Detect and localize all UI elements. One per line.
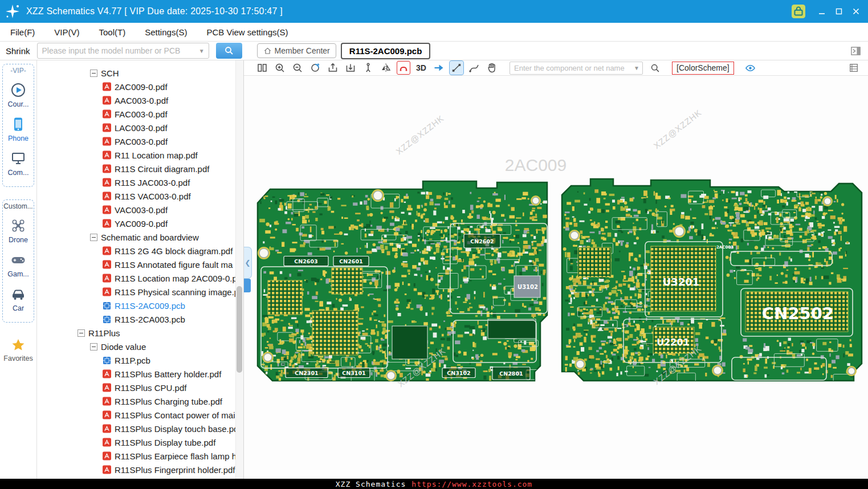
shrink-button[interactable]: Shrink xyxy=(6,46,30,56)
tree-item[interactable]: LAC003-0.pdf xyxy=(37,121,236,135)
minimize-icon[interactable] xyxy=(813,3,830,20)
tree-item[interactable]: Schematic and boardview xyxy=(37,230,236,244)
tree-item[interactable]: SCH xyxy=(37,66,236,80)
collapse-minus-icon[interactable] xyxy=(90,234,97,241)
export-up-icon[interactable] xyxy=(326,61,340,75)
sidebar-item-course[interactable]: Cour... xyxy=(8,82,29,108)
maximize-icon[interactable] xyxy=(830,3,847,20)
collapse-panel-grip[interactable] xyxy=(244,279,251,292)
tree-item-label: R11SPlus Battery holder.pdf xyxy=(115,369,221,379)
pcb-label: CN2603 xyxy=(294,258,317,264)
menu-file[interactable]: File(F) xyxy=(10,27,35,37)
net-search-input[interactable] xyxy=(510,64,631,72)
collapse-panel-handle[interactable]: ❮ xyxy=(244,247,252,279)
sidebar-item-phone[interactable]: Phone xyxy=(8,116,28,142)
flip-horizontal-icon[interactable] xyxy=(379,61,393,75)
tree-item-label: R11 Location map.pdf xyxy=(115,150,198,160)
computer-icon xyxy=(10,150,26,166)
tree-item[interactable]: R11S-2CA003.pcb xyxy=(37,312,236,326)
member-center-button[interactable]: Member Center xyxy=(257,43,336,58)
menu-settings[interactable]: Settings(S) xyxy=(145,27,187,37)
tree-item[interactable]: R11SPlus Charging tube.pdf xyxy=(37,394,236,408)
scrollbar-thumb[interactable] xyxy=(237,286,242,373)
sidebar-item-label: Gam... xyxy=(7,270,29,278)
tree-item-label: R11SPlus Display touch base.pd xyxy=(115,424,236,434)
tree-item-label: 2AC009-0.pdf xyxy=(115,82,168,92)
tree-item[interactable]: R11S Location map 2AC009-0.p xyxy=(37,271,236,285)
tree-item[interactable]: R11S JAC003-0.pdf xyxy=(37,176,236,189)
visibility-eye-icon[interactable] xyxy=(745,63,756,74)
chevron-down-icon[interactable]: ▼ xyxy=(631,65,642,71)
sidebar-item-favorites[interactable]: Favorites xyxy=(3,337,32,362)
jump-arrow-icon[interactable] xyxy=(432,61,446,75)
sidebar-item-drone[interactable]: Drone xyxy=(9,218,28,244)
menu-vip[interactable]: VIP(V) xyxy=(54,27,79,37)
tree-item-label: R11S-2CA003.pcb xyxy=(115,315,185,324)
tree-item[interactable]: R11SPlus Earpiece flash lamp h xyxy=(37,449,236,463)
course-play-icon xyxy=(10,82,26,98)
menu-bar: File(F) VIP(V) Tool(T) Settings(S) PCB V… xyxy=(0,23,868,42)
tree-item-label: R11S JAC003-0.pdf xyxy=(115,178,190,188)
sidebar-item-car[interactable]: Car xyxy=(10,286,26,312)
tree-item[interactable]: PAC003-0.pdf xyxy=(37,135,236,148)
app-window: XZZ Schematics V4.77 [ VIP Due date: 202… xyxy=(0,0,868,489)
window-title: XZZ Schematics V4.77 [ VIP Due date: 202… xyxy=(26,6,283,17)
tree-item[interactable]: R11SPlus Battery holder.pdf xyxy=(37,367,236,381)
3d-button[interactable]: 3D xyxy=(414,61,428,75)
tree-item[interactable]: R11SPlus Display tube.pdf xyxy=(37,435,236,449)
pcb-canvas[interactable]: ❮ CN2603CN2601CN2602U3102CN2301CN3101CN3… xyxy=(244,76,868,479)
menu-pcb-view-settings[interactable]: PCB View settings(S) xyxy=(206,27,288,37)
net-search-magnifier-icon[interactable] xyxy=(650,63,660,73)
tree-item[interactable]: R11 Location map.pdf xyxy=(37,148,236,162)
tree-item[interactable]: FAC003-0.pdf xyxy=(37,107,236,121)
probe-icon[interactable] xyxy=(361,61,375,75)
close-icon[interactable] xyxy=(847,3,865,20)
tree-item[interactable]: R11S Physical scanning image.p xyxy=(37,285,236,299)
close-panel-icon[interactable] xyxy=(850,46,861,56)
export-down-icon[interactable] xyxy=(344,61,357,75)
tree-item[interactable]: AAC003-0.pdf xyxy=(37,93,236,107)
tree-item[interactable]: VAC003-0.pdf xyxy=(37,203,236,217)
zoom-reset-icon[interactable] xyxy=(308,61,322,75)
split-view-icon[interactable] xyxy=(255,61,269,75)
diode-red-icon[interactable] xyxy=(397,61,410,75)
tree-item[interactable]: 2AC009-0.pdf xyxy=(37,80,236,93)
pdf-file-icon xyxy=(103,424,111,433)
model-search-input[interactable] xyxy=(38,46,195,55)
tree-item[interactable]: YAC009-0.pdf xyxy=(37,217,236,230)
measure-icon[interactable] xyxy=(450,61,463,75)
chevron-down-icon[interactable]: ▼ xyxy=(195,48,209,54)
tree-item[interactable]: R11SPlus Contact power of mai xyxy=(37,408,236,422)
collapse-minus-icon[interactable] xyxy=(90,343,97,351)
tree-item[interactable]: R11S Circuit diagram.pdf xyxy=(37,162,236,176)
tree-scrollbar[interactable] xyxy=(235,60,243,479)
sidebar-item-game[interactable]: Gam... xyxy=(7,252,29,278)
tree-item[interactable]: R11S 2G 4G block diagram.pdf xyxy=(37,244,236,258)
pan-hand-icon[interactable] xyxy=(485,61,499,75)
tree-item[interactable]: Diode value xyxy=(37,340,236,353)
collapse-minus-icon[interactable] xyxy=(90,70,97,77)
tree-item[interactable]: R11SPlus Fingerprint holder.pdf xyxy=(37,463,236,476)
tree-item-label: R11S Annotated figure fault ma xyxy=(115,260,233,270)
tree-item[interactable]: R11S-2AC009.pcb xyxy=(37,299,236,312)
menu-tool[interactable]: Tool(T) xyxy=(99,27,126,37)
tree-item[interactable]: R11SPlus Display touch base.pd xyxy=(37,422,236,435)
zoom-out-icon[interactable] xyxy=(291,61,304,75)
sidebar-item-computer[interactable]: Com... xyxy=(8,150,29,177)
tree-item[interactable]: R11Plus xyxy=(37,326,236,340)
tab-r11s-2ac009-pcb[interactable]: R11S-2AC009.pcb xyxy=(341,43,431,59)
license-icon[interactable] xyxy=(792,5,805,18)
tree-item[interactable]: R11P.pcb xyxy=(37,353,236,367)
search-button[interactable] xyxy=(216,43,242,59)
zoom-in-icon[interactable] xyxy=(273,61,287,75)
vip-group-label: -VIP- xyxy=(10,67,26,75)
car-icon xyxy=(10,286,26,302)
layer-list-icon[interactable] xyxy=(849,63,859,73)
colorscheme-button[interactable]: [ColorScheme] xyxy=(672,62,734,75)
tree-item[interactable]: R11S VAC003-0.pdf xyxy=(37,189,236,203)
status-url-link[interactable]: https://www.xzztools.com xyxy=(411,480,532,488)
tree-item[interactable]: R11S Annotated figure fault ma xyxy=(37,258,236,271)
tree-item[interactable]: R11SPlus CPU.pdf xyxy=(37,381,236,394)
collapse-minus-icon[interactable] xyxy=(78,329,85,337)
curve-icon[interactable] xyxy=(467,61,481,75)
